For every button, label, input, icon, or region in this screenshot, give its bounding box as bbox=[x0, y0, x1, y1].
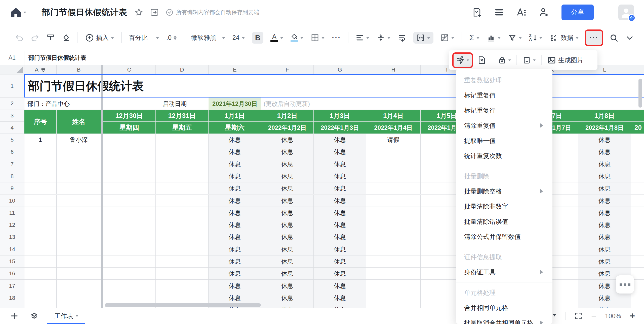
cell-G16[interactable]: 休息 bbox=[314, 268, 366, 280]
cell-G4-date-header[interactable]: 2022年1月3日 bbox=[314, 122, 366, 134]
cell-H9[interactable] bbox=[366, 182, 421, 195]
cell-style-button[interactable] bbox=[440, 34, 455, 42]
row-header-8[interactable]: 8 bbox=[0, 170, 24, 182]
decimal-spinner-icon[interactable] bbox=[174, 34, 177, 42]
cell-E4-date-header[interactable]: 星期六 bbox=[209, 122, 261, 134]
cell-D16[interactable] bbox=[156, 268, 209, 280]
cell-L7[interactable]: 休息 bbox=[578, 158, 631, 170]
cell-H12[interactable] bbox=[366, 219, 421, 231]
redo-button[interactable] bbox=[31, 34, 39, 42]
cell-D13[interactable] bbox=[156, 231, 209, 243]
cell-F8[interactable]: 休息 bbox=[261, 170, 314, 182]
menu-item[interactable]: 批量清除非数字 bbox=[456, 199, 552, 214]
cell-D3-date-header[interactable]: 12月31日 bbox=[156, 110, 209, 122]
cell-G15[interactable]: 休息 bbox=[314, 255, 366, 268]
cell-L12[interactable]: 休息 bbox=[578, 219, 631, 231]
bold-button[interactable]: B bbox=[252, 32, 264, 44]
cell-E13[interactable]: 休息 bbox=[209, 231, 261, 243]
cell-A8[interactable] bbox=[24, 170, 57, 182]
cell-M8[interactable] bbox=[631, 170, 644, 182]
cell-F11[interactable]: 休息 bbox=[261, 207, 314, 219]
row-header-14[interactable]: 14 bbox=[0, 243, 24, 255]
fill-color-button[interactable] bbox=[291, 34, 304, 42]
cell-A5[interactable]: 1 bbox=[24, 134, 57, 146]
menu-item[interactable]: 清除公式并保留数值 bbox=[456, 229, 552, 244]
cell-H5[interactable]: 请假 bbox=[366, 134, 421, 146]
formula-input[interactable]: 部门节假日休假统计表 bbox=[24, 54, 86, 62]
add-sheet-button[interactable] bbox=[10, 312, 19, 320]
cell-L8[interactable]: 休息 bbox=[578, 170, 631, 182]
cell-E11[interactable]: 休息 bbox=[209, 207, 261, 219]
cell-D7[interactable] bbox=[156, 158, 209, 170]
cell-C18[interactable] bbox=[103, 292, 156, 304]
cell-B10[interactable] bbox=[57, 195, 101, 207]
cell-E6[interactable]: 休息 bbox=[209, 146, 261, 158]
row-header-5[interactable]: 5 bbox=[0, 134, 24, 146]
row-header-1[interactable]: 1 bbox=[0, 75, 24, 98]
page-setup-button[interactable] bbox=[522, 56, 536, 64]
cell-M14[interactable] bbox=[631, 243, 644, 255]
cell-E15[interactable]: 休息 bbox=[209, 255, 261, 268]
home-menu-caret-icon[interactable] bbox=[24, 12, 26, 15]
cell-L4-date-header[interactable]: 2022年1月8日 bbox=[578, 122, 631, 134]
column-a-filter-icon[interactable] bbox=[41, 67, 46, 73]
cell-F9[interactable]: 休息 bbox=[261, 182, 314, 195]
avatar[interactable]: 企 bbox=[618, 5, 634, 20]
cell-L6[interactable]: 休息 bbox=[578, 146, 631, 158]
cell-H17[interactable] bbox=[366, 280, 421, 292]
menu-item[interactable]: 标记重复行 bbox=[456, 103, 552, 118]
data-validation-button[interactable]: 数据 bbox=[550, 33, 579, 42]
cell-H11[interactable] bbox=[366, 207, 421, 219]
more-format-button[interactable]: ··· bbox=[332, 34, 341, 42]
cell-F10[interactable]: 休息 bbox=[261, 195, 314, 207]
add-collaborator-icon[interactable] bbox=[539, 7, 549, 18]
cell-D5[interactable] bbox=[156, 134, 209, 146]
font-family-select[interactable]: 微软雅黑 bbox=[191, 34, 225, 42]
menu-hamburger-icon[interactable] bbox=[494, 7, 504, 17]
menu-item[interactable]: 统计重复次数 bbox=[456, 148, 552, 163]
cell-C6[interactable] bbox=[103, 146, 156, 158]
cell-G11[interactable]: 休息 bbox=[314, 207, 366, 219]
floating-more-button[interactable] bbox=[616, 275, 634, 294]
cell-F4-date-header[interactable]: 2022年1月2日 bbox=[261, 122, 314, 134]
col-header-D[interactable]: D bbox=[156, 65, 209, 75]
cell-L13[interactable]: 休息 bbox=[578, 231, 631, 243]
cell-E10[interactable]: 休息 bbox=[209, 195, 261, 207]
cell-M9[interactable] bbox=[631, 182, 644, 195]
cell-A9[interactable] bbox=[24, 182, 57, 195]
cell-B14[interactable] bbox=[57, 243, 101, 255]
cell-H18[interactable] bbox=[366, 292, 421, 304]
cell-E14[interactable]: 休息 bbox=[209, 243, 261, 255]
dept-cell-text[interactable]: 部门：产品中心 bbox=[27, 98, 70, 110]
undo-button[interactable] bbox=[15, 34, 24, 42]
cell-M18[interactable] bbox=[631, 292, 644, 304]
insert-button[interactable]: 插入 bbox=[85, 33, 114, 42]
sheet-tab-active[interactable]: 工作表 bbox=[46, 308, 87, 324]
cell-C14[interactable] bbox=[103, 243, 156, 255]
filter-button[interactable] bbox=[508, 34, 522, 42]
cell-H15[interactable] bbox=[366, 255, 421, 268]
cell-G13[interactable]: 休息 bbox=[314, 231, 366, 243]
cell-C15[interactable] bbox=[103, 255, 156, 268]
menu-item[interactable]: 清除重复值 bbox=[456, 118, 552, 133]
cell-G17[interactable]: 休息 bbox=[314, 280, 366, 292]
cell-F14[interactable]: 休息 bbox=[261, 243, 314, 255]
col-header-E[interactable]: E bbox=[209, 65, 261, 75]
row-header-2[interactable]: 2 bbox=[0, 98, 24, 110]
cell-D11[interactable] bbox=[156, 207, 209, 219]
cell-D15[interactable] bbox=[156, 255, 209, 268]
font-size-select[interactable]: 24 bbox=[232, 34, 245, 41]
cell-L9[interactable]: 休息 bbox=[578, 182, 631, 195]
col-header-H[interactable]: H bbox=[366, 65, 421, 75]
cell-F12[interactable]: 休息 bbox=[261, 219, 314, 231]
horizontal-align-button[interactable] bbox=[355, 34, 370, 42]
cell-C13[interactable] bbox=[103, 231, 156, 243]
cell-B12[interactable] bbox=[57, 219, 101, 231]
cell-E17[interactable]: 休息 bbox=[209, 280, 261, 292]
format-painter-button[interactable] bbox=[46, 34, 55, 42]
cell-B3-name-header[interactable]: 姓名 bbox=[57, 110, 101, 134]
more-tools-button[interactable]: ··· bbox=[586, 31, 602, 45]
vertical-align-button[interactable] bbox=[377, 34, 391, 42]
cell-B13[interactable] bbox=[57, 231, 101, 243]
cell-E7[interactable]: 休息 bbox=[209, 158, 261, 170]
